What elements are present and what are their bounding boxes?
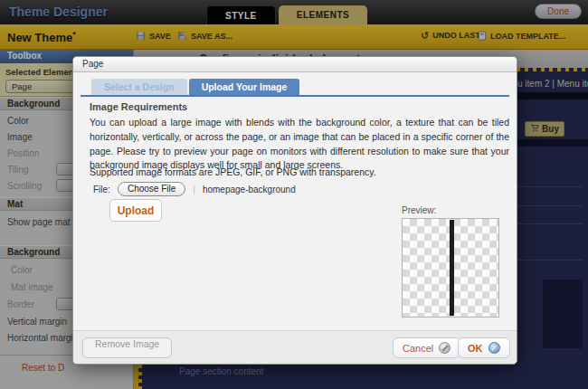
file-label: File: bbox=[93, 185, 110, 194]
ok-button[interactable]: OK ✓ bbox=[458, 337, 510, 358]
choose-file-button[interactable]: Choose File bbox=[118, 182, 185, 196]
tab-select-a-design[interactable]: Select a Design bbox=[91, 79, 187, 95]
requirements-paragraph: You can upload a large image with blends… bbox=[90, 116, 509, 173]
page-dialog: Page Select a Design Upload Your Image I… bbox=[72, 56, 517, 365]
file-name-text: homepage-background bbox=[203, 185, 296, 194]
preview-label: Preview: bbox=[402, 205, 436, 215]
dialog-tabs: Select a Design Upload Your Image bbox=[91, 79, 299, 95]
cancel-button[interactable]: Cancel bbox=[393, 337, 460, 358]
image-preview-box bbox=[402, 218, 499, 318]
formats-paragraph: Supported image formats are JPEG, GIF, o… bbox=[90, 166, 376, 177]
dialog-title-bar[interactable]: Page bbox=[73, 57, 517, 72]
upload-button[interactable]: Upload bbox=[109, 199, 162, 222]
blue-check-sphere-icon: ✓ bbox=[488, 342, 500, 354]
remove-image-button[interactable]: Remove Image bbox=[82, 337, 172, 358]
tab-underline bbox=[81, 95, 509, 97]
preview-image-bar bbox=[450, 220, 454, 316]
cancel-label: Cancel bbox=[403, 343, 433, 354]
file-separator: | bbox=[193, 185, 195, 194]
file-row: File: Choose File | homepage-background bbox=[93, 182, 296, 196]
ok-label: OK bbox=[468, 343, 483, 354]
tab-upload-your-image[interactable]: Upload Your Image bbox=[189, 79, 300, 95]
image-requirements-heading: Image Requirements bbox=[90, 101, 187, 112]
theme-designer-app: Theme Designer STYLE ELEMENTS Done New T… bbox=[0, 0, 588, 389]
dialog-footer: Remove Image Cancel OK ✓ bbox=[73, 330, 517, 364]
gray-slash-sphere-icon bbox=[439, 342, 450, 354]
